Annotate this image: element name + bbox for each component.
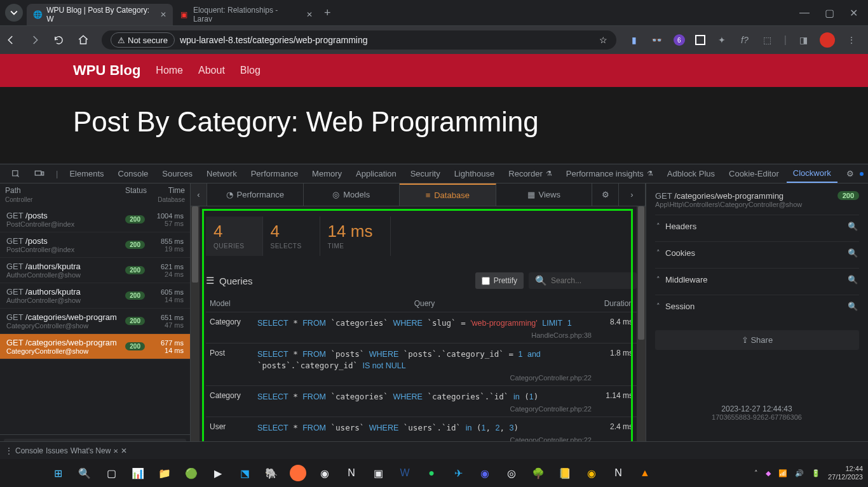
tab-application[interactable]: Application [349, 164, 403, 183]
request-row[interactable]: GET /authors/kputraAuthorController@show… [0, 283, 190, 309]
cw-tab-performance[interactable]: ◔Performance [207, 183, 304, 206]
scrollbar[interactable] [637, 206, 646, 459]
obs-icon[interactable]: ◎ [503, 465, 520, 481]
query-row[interactable]: PostSELECT * FROM `posts` WHERE `posts`.… [206, 343, 637, 385]
inspect-button[interactable] [5, 164, 27, 183]
prev-tab-button[interactable]: ‹ [191, 183, 207, 206]
search-input[interactable] [551, 276, 630, 285]
request-row[interactable]: GET /categories/web-programCategoryContr… [0, 309, 190, 334]
vscode-icon[interactable]: ⬔ [236, 465, 253, 481]
extension-icon[interactable]: 👓 [651, 34, 663, 46]
inspector-section[interactable]: ˄Headers🔍 [655, 215, 859, 237]
tab-clockwork[interactable]: Clockwork [787, 164, 837, 183]
nav-link-blog[interactable]: Blog [240, 65, 261, 76]
tab-lighthouse[interactable]: Lighthouse [448, 164, 501, 183]
query-search[interactable]: 🔍 [529, 272, 637, 289]
extension-icon[interactable]: f? [738, 34, 751, 46]
brand-logo[interactable]: WPU Blog [73, 62, 140, 79]
extension-icon[interactable]: ✦ [715, 34, 728, 46]
cw-tab-database[interactable]: ≡Database [400, 183, 496, 206]
wifi-icon[interactable]: 📶 [778, 469, 787, 477]
app-icon[interactable]: 🌳 [530, 465, 546, 481]
clock[interactable]: 12:44 27/12/2023 [828, 465, 863, 481]
tab-sources[interactable]: Sources [156, 164, 199, 183]
prettify-toggle[interactable]: Prettify [475, 272, 524, 289]
reload-button[interactable] [53, 35, 71, 46]
query-row[interactable]: CategorySELECT * FROM `categories` WHERE… [206, 385, 637, 417]
request-row[interactable]: GET /authors/kputraAuthorController@show… [0, 258, 190, 283]
tab-perf-insights[interactable]: Performance insights⚗ [560, 164, 660, 183]
task-view-button[interactable]: ▢ [103, 465, 119, 481]
request-list[interactable]: GET /postsPostController@index2001004 ms… [0, 207, 190, 434]
youtube-icon[interactable]: ▶ [210, 465, 226, 481]
back-button[interactable] [5, 34, 23, 46]
file-explorer-icon[interactable]: 📁 [156, 465, 173, 481]
profile-avatar[interactable] [820, 32, 835, 48]
discord-icon[interactable]: ◉ [477, 465, 493, 481]
notion-icon[interactable]: N [343, 465, 360, 481]
nav-link-home[interactable]: Home [156, 65, 183, 76]
figma-icon[interactable]: ◉ [316, 465, 333, 481]
drawer-tab-console[interactable]: Console [15, 446, 43, 455]
tab-cookie-editor[interactable]: Cookie-Editor [722, 164, 785, 183]
close-window-button[interactable]: ✕ [850, 7, 858, 19]
search-button[interactable]: 🔍 [76, 465, 93, 481]
telegram-icon[interactable]: ✈ [450, 465, 466, 481]
nav-link-about[interactable]: About [198, 65, 225, 76]
extension-icon[interactable]: 6 [674, 34, 685, 46]
inspector-section[interactable]: ˄Session🔍 [655, 295, 859, 317]
inspector-section[interactable]: ˄Cookies🔍 [655, 241, 859, 264]
app-icon[interactable]: 📊 [130, 465, 146, 481]
tab-performance[interactable]: Performance [245, 164, 304, 183]
tab-memory[interactable]: Memory [306, 164, 348, 183]
maximize-button[interactable]: ▢ [825, 7, 834, 19]
drawer-close[interactable]: ✕ [121, 446, 127, 455]
address-bar[interactable]: ⚠Not secure wpu-laravel-8.test/categorie… [102, 30, 616, 50]
close-icon[interactable]: ✕ [160, 10, 166, 19]
request-row[interactable]: GET /postsPostController@index2001004 ms… [0, 207, 190, 232]
extension-icon[interactable] [695, 35, 705, 45]
tab-network[interactable]: Network [200, 164, 243, 183]
scrollbar[interactable] [191, 206, 200, 459]
chrome-icon[interactable]: 🟢 [183, 465, 200, 481]
tab-console[interactable]: Console [112, 164, 155, 183]
battery-icon[interactable]: 🔋 [811, 469, 820, 477]
query-row[interactable]: CategorySELECT * FROM `categories` WHERE… [206, 312, 637, 343]
app-icon[interactable]: ◉ [583, 465, 600, 481]
request-row[interactable]: GET /postsPostController@index200855 ms1… [0, 232, 190, 258]
security-chip[interactable]: ⚠Not secure [111, 32, 175, 48]
home-button[interactable] [78, 34, 95, 46]
cw-settings-button[interactable]: ⚙ [592, 183, 619, 206]
terminal-icon[interactable]: ▣ [370, 465, 386, 481]
postman-icon[interactable] [290, 465, 306, 481]
forward-button[interactable] [29, 34, 47, 46]
app-icon[interactable]: 📒 [557, 465, 573, 481]
browser-tab-inactive[interactable]: ▣ Eloquent: Relationships - Larav ✕ [173, 4, 319, 25]
app-icon[interactable]: 🐘 [263, 465, 280, 481]
tray-icon[interactable]: ◆ [766, 469, 771, 477]
app-icon[interactable]: N [610, 465, 627, 481]
tab-security[interactable]: Security [404, 164, 447, 183]
tab-recorder[interactable]: Recorder⚗ [502, 164, 558, 183]
tab-search-button[interactable] [5, 4, 23, 22]
minimize-button[interactable]: — [799, 7, 810, 19]
whatsapp-icon[interactable]: ● [423, 465, 440, 481]
cw-tab-views[interactable]: ▦Views [496, 183, 593, 206]
star-icon[interactable]: ☆ [599, 35, 607, 45]
next-tab-button[interactable]: › [619, 183, 646, 206]
tab-adblock[interactable]: Adblock Plus [661, 164, 721, 183]
inspector-section[interactable]: ˄Middleware🔍 [655, 268, 859, 291]
device-button[interactable] [28, 164, 51, 183]
start-button[interactable]: ⊞ [50, 465, 66, 481]
request-row[interactable]: GET /categories/web-programCategoryContr… [0, 334, 190, 359]
extensions-button[interactable]: ⬚ [761, 34, 774, 46]
volume-icon[interactable]: 🔊 [795, 469, 804, 477]
vlc-icon[interactable]: ▲ [637, 465, 653, 481]
side-panel-button[interactable]: ◨ [797, 34, 810, 46]
word-icon[interactable]: W [397, 465, 413, 481]
share-button[interactable]: ⇪ Share [655, 330, 859, 350]
tab-elements[interactable]: Elements [63, 164, 110, 183]
drawer-tab-whatsnew[interactable]: What's New ✕ [71, 446, 118, 455]
cw-tab-models[interactable]: ◎Models [304, 183, 400, 206]
browser-tab-active[interactable]: 🌐 WPU Blog | Post By Category: W ✕ [27, 4, 173, 25]
